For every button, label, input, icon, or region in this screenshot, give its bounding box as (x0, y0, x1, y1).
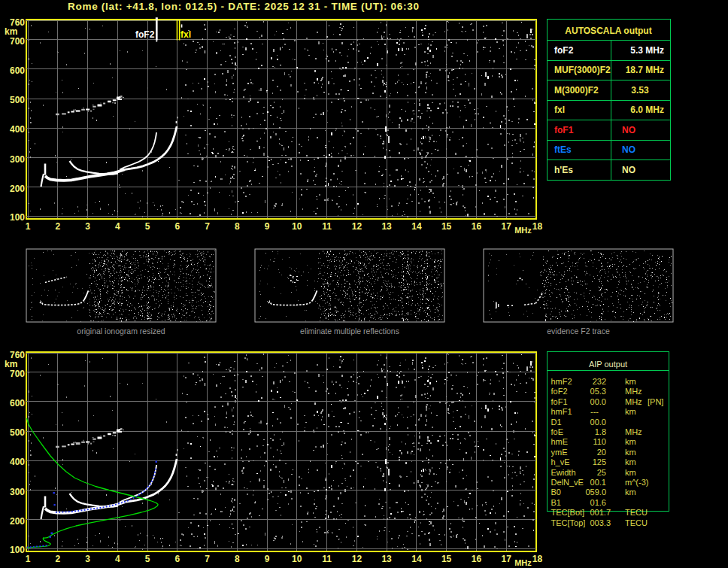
svg-text:5.3 MHz: 5.3 MHz (630, 45, 664, 56)
svg-text:MHz: MHz (625, 427, 642, 436)
svg-text:125: 125 (593, 457, 606, 466)
svg-text:MUF(3000)F2: MUF(3000)F2 (554, 65, 611, 75)
svg-text:TECU: TECU (625, 508, 648, 517)
svg-text:00.1: 00.1 (590, 478, 606, 487)
svg-text:TEC[Bot]: TEC[Bot] (551, 508, 585, 517)
svg-text:km: km (625, 457, 636, 466)
svg-text:NO: NO (622, 165, 635, 175)
svg-text:km: km (625, 488, 636, 497)
svg-text:original ionogram resized: original ionogram resized (77, 327, 165, 336)
svg-text:NO: NO (622, 125, 635, 135)
svg-text:fxl: fxl (554, 105, 565, 115)
svg-text:01.6: 01.6 (590, 498, 606, 507)
svg-text:MHz: MHz (625, 387, 642, 396)
svg-text:hmF2: hmF2 (551, 377, 572, 386)
svg-text:foF2: foF2 (551, 387, 568, 396)
svg-text:MHz: MHz (625, 397, 642, 406)
svg-text:TECU: TECU (625, 518, 648, 527)
svg-text:ftEs: ftEs (554, 144, 572, 155)
svg-text:00.0: 00.0 (590, 418, 606, 427)
svg-text:km: km (625, 407, 636, 416)
svg-text:00.0: 00.0 (590, 397, 606, 406)
svg-text:AUTOSCALA output: AUTOSCALA output (565, 26, 651, 36)
svg-text:fxl: fxl (180, 29, 191, 40)
svg-text:eliminate multiple reflections: eliminate multiple reflections (300, 327, 399, 336)
svg-text:foF2: foF2 (135, 29, 155, 40)
svg-text:km: km (625, 377, 636, 386)
svg-text:TEC[Top]: TEC[Top] (551, 518, 586, 527)
svg-text:ymE: ymE (551, 448, 568, 457)
svg-text:foE: foE (551, 427, 564, 436)
svg-text:1.8: 1.8 (595, 427, 606, 436)
svg-text:hmF1: hmF1 (551, 407, 572, 416)
svg-text:003.3: 003.3 (590, 518, 611, 527)
svg-text:foF2: foF2 (554, 45, 574, 56)
svg-text:3.53: 3.53 (631, 85, 649, 96)
svg-text:B0: B0 (551, 488, 561, 497)
svg-text:B1: B1 (551, 498, 561, 507)
svg-text:6.0 MHz: 6.0 MHz (630, 105, 664, 115)
svg-text:---: --- (590, 407, 599, 416)
svg-text:25: 25 (597, 468, 606, 477)
svg-text:AIP output: AIP output (589, 360, 627, 369)
svg-text:D1: D1 (551, 418, 562, 427)
svg-text:km: km (625, 437, 636, 446)
svg-text:h_vE: h_vE (551, 457, 570, 466)
svg-text:232: 232 (593, 377, 606, 386)
svg-text:m^(-3): m^(-3) (625, 478, 648, 487)
svg-text:km: km (625, 448, 636, 457)
svg-text:DelN_vE: DelN_vE (551, 478, 584, 487)
svg-text:foF1: foF1 (551, 397, 568, 406)
svg-text:evidence F2 trace: evidence F2 trace (547, 327, 610, 336)
svg-text:M(3000)F2: M(3000)F2 (554, 85, 599, 96)
svg-text:Ewidth: Ewidth (551, 468, 576, 477)
svg-text:h'Es: h'Es (554, 165, 573, 175)
svg-text:Rome (lat: +41.8, lon: 012.5): Rome (lat: +41.8, lon: 012.5) - DATE: 20… (68, 1, 420, 12)
svg-text:[PN]: [PN] (648, 397, 663, 406)
svg-text:km: km (625, 468, 636, 477)
svg-text:NO: NO (622, 144, 635, 155)
svg-text:hmE: hmE (551, 437, 569, 446)
svg-text:110: 110 (593, 437, 606, 446)
svg-text:001.7: 001.7 (590, 508, 611, 517)
svg-text:foF1: foF1 (554, 125, 574, 135)
svg-text:20: 20 (597, 448, 606, 457)
svg-text:18.7 MHz: 18.7 MHz (626, 65, 664, 75)
svg-text:059.0: 059.0 (585, 488, 606, 497)
svg-text:05.3: 05.3 (590, 387, 606, 396)
